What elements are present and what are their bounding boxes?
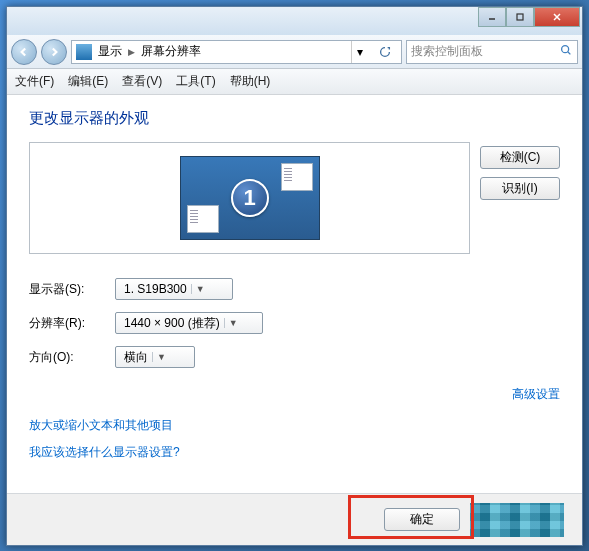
breadcrumb-item[interactable]: 显示 <box>98 43 122 60</box>
svg-line-5 <box>568 52 571 55</box>
search-input[interactable]: 搜索控制面板 <box>406 40 578 64</box>
navbar: 显示 ▶ 屏幕分辨率 ▾ 搜索控制面板 <box>7 35 582 69</box>
svg-rect-1 <box>517 14 523 20</box>
window-thumb-icon <box>281 163 313 191</box>
content-area: 更改显示器的外观 1 检测(C) 识别(I) 显示器(S): 1. S19B30… <box>7 95 582 481</box>
identify-button[interactable]: 识别(I) <box>480 177 560 200</box>
monitor-number-badge: 1 <box>231 179 269 217</box>
zoom-text-link[interactable]: 放大或缩小文本和其他项目 <box>29 417 560 434</box>
window-thumb-icon <box>187 205 219 233</box>
svg-point-4 <box>562 46 569 53</box>
maximize-button[interactable] <box>506 7 534 27</box>
orientation-label: 方向(O): <box>29 349 115 366</box>
address-dropdown[interactable]: ▾ <box>351 41 367 63</box>
search-placeholder: 搜索控制面板 <box>411 43 483 60</box>
close-button[interactable] <box>534 7 580 27</box>
chevron-down-icon: ▼ <box>191 284 205 294</box>
ok-button[interactable]: 确定 <box>384 508 460 531</box>
search-icon <box>559 43 573 60</box>
orientation-value: 横向 <box>124 349 148 366</box>
menu-tools[interactable]: 工具(T) <box>176 73 215 90</box>
display-value: 1. S19B300 <box>124 282 187 296</box>
resolution-label: 分辨率(R): <box>29 315 115 332</box>
chevron-down-icon: ▼ <box>152 352 166 362</box>
orientation-select[interactable]: 横向 ▼ <box>115 346 195 368</box>
monitor-thumbnail[interactable]: 1 <box>180 156 320 240</box>
resolution-value: 1440 × 900 (推荐) <box>124 315 220 332</box>
obscured-area <box>470 503 564 537</box>
forward-button[interactable] <box>41 39 67 65</box>
which-settings-link[interactable]: 我应该选择什么显示器设置? <box>29 444 560 461</box>
dialog-footer: 确定 <box>7 493 582 545</box>
titlebar <box>7 7 582 35</box>
control-panel-window: 显示 ▶ 屏幕分辨率 ▾ 搜索控制面板 文件(F) 编辑(E) 查看(V) 工具… <box>6 6 583 546</box>
back-button[interactable] <box>11 39 37 65</box>
menu-view[interactable]: 查看(V) <box>122 73 162 90</box>
menu-file[interactable]: 文件(F) <box>15 73 54 90</box>
display-select[interactable]: 1. S19B300 ▼ <box>115 278 233 300</box>
menu-edit[interactable]: 编辑(E) <box>68 73 108 90</box>
resolution-select[interactable]: 1440 × 900 (推荐) ▼ <box>115 312 263 334</box>
menubar: 文件(F) 编辑(E) 查看(V) 工具(T) 帮助(H) <box>7 69 582 95</box>
minimize-button[interactable] <box>478 7 506 27</box>
display-label: 显示器(S): <box>29 281 115 298</box>
detect-button[interactable]: 检测(C) <box>480 146 560 169</box>
page-heading: 更改显示器的外观 <box>29 109 560 128</box>
display-icon <box>76 44 92 60</box>
chevron-right-icon: ▶ <box>128 47 135 57</box>
breadcrumb-item[interactable]: 屏幕分辨率 <box>141 43 201 60</box>
menu-help[interactable]: 帮助(H) <box>230 73 271 90</box>
advanced-settings-link[interactable]: 高级设置 <box>512 387 560 401</box>
chevron-down-icon: ▼ <box>224 318 238 328</box>
address-bar[interactable]: 显示 ▶ 屏幕分辨率 ▾ <box>71 40 402 64</box>
refresh-button[interactable] <box>373 41 397 63</box>
display-preview[interactable]: 1 <box>29 142 470 254</box>
